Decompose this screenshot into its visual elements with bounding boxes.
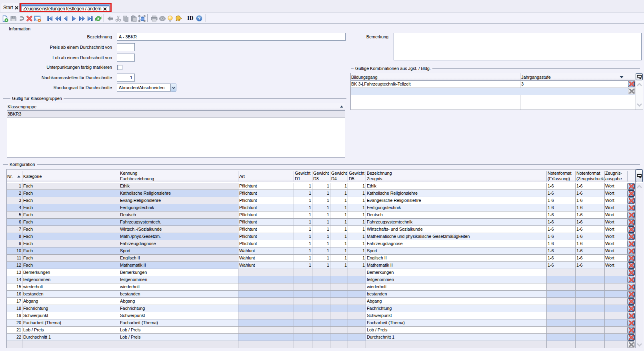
svg-text:?: ? bbox=[198, 16, 200, 21]
